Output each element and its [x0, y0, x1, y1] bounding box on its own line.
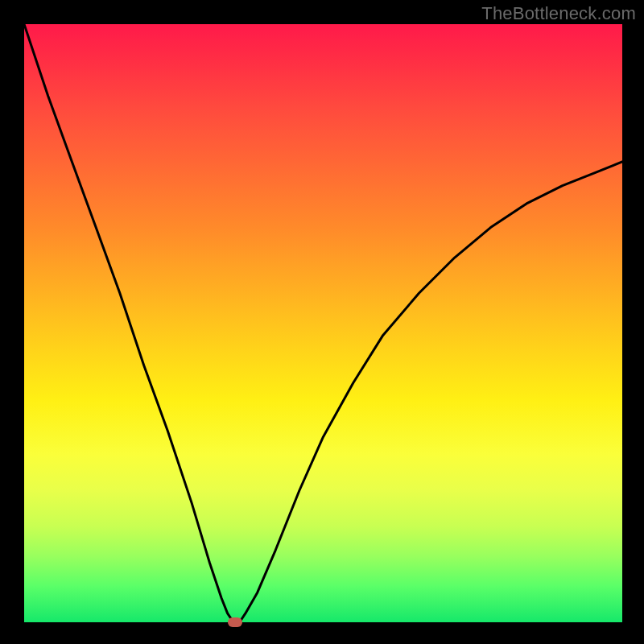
- plot-area: [24, 24, 622, 622]
- chart-frame: TheBottleneck.com: [0, 0, 644, 644]
- attribution-text: TheBottleneck.com: [481, 3, 636, 24]
